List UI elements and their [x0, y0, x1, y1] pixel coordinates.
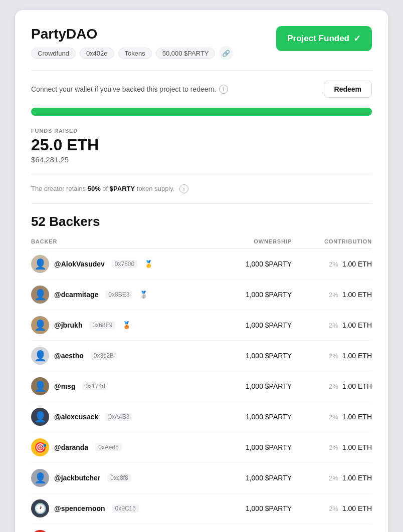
badge-icon: 🥉 — [122, 321, 131, 329]
project-info: PartyDAO Crowdfund 0x402e Tokens 50,000 … — [31, 26, 233, 60]
backer-info: 🎪 @literature 0x5507 — [31, 530, 212, 532]
table-row[interactable]: 👤 @msg 0x174d 1,000 $PARTY 2% 1.00 ETH — [31, 371, 372, 402]
table-row[interactable]: 👤 @jbrukh 0x68F9 🥉 1,000 $PARTY 2% 1.00 … — [31, 310, 372, 341]
ownership-pct: 2% — [329, 260, 338, 268]
backer-address: 0x174d — [82, 382, 108, 390]
info-icon[interactable]: i — [219, 85, 228, 94]
backer-address: 0x8BE3 — [105, 291, 132, 299]
table-row[interactable]: 🎪 @literature 0x5507 1,000 $PARTY 2% 1.0… — [31, 524, 372, 532]
avatar: 👤 — [31, 255, 49, 273]
ownership-pct: 2% — [329, 444, 338, 451]
backer-address: 0x68F9 — [89, 321, 115, 329]
ownership-cell: 1,000 $PARTY — [212, 321, 292, 329]
divider-2 — [31, 174, 372, 174]
contribution-value: 1.00 ETH — [342, 474, 372, 482]
table-row[interactable]: 🕐 @spencernoon 0x9C15 1,000 $PARTY 2% 1.… — [31, 493, 372, 524]
backer-info: 👤 @jackbutcher 0xc8f8 — [31, 469, 212, 487]
tags-row: Crowdfund 0x402e Tokens 50,000 $PARTY 🔗 — [31, 46, 233, 60]
contribution-cell: 2% 1.00 ETH — [292, 382, 372, 390]
ownership-pct: 2% — [329, 322, 338, 329]
backer-info: 👤 @alexcusack 0xA4B3 — [31, 408, 212, 426]
contribution-cell: 2% 1.00 ETH — [292, 352, 372, 360]
backer-name: @spencernoon — [54, 504, 105, 512]
backers-list: 👤 @AlokVasudev 0x7800 🥇 1,000 $PARTY 2% … — [31, 249, 372, 532]
creator-note: The creator retains 50% of $PARTY token … — [31, 184, 372, 193]
contribution-cell: 2% 1.00 ETH — [292, 321, 372, 329]
contribution-cell: 2% 1.00 ETH — [292, 474, 372, 482]
contribution-value: 1.00 ETH — [342, 413, 372, 421]
redeem-button[interactable]: Redeem — [324, 81, 372, 98]
backer-name: @jackbutcher — [54, 474, 100, 482]
badge-icon: 🥇 — [144, 260, 153, 268]
ownership-pct: 2% — [329, 383, 338, 390]
divider-3 — [31, 203, 372, 204]
table-row[interactable]: 👤 @jackbutcher 0xc8f8 1,000 $PARTY 2% 1.… — [31, 463, 372, 493]
redeem-text: Connect your wallet if you've backed thi… — [31, 85, 228, 94]
project-funded-button[interactable]: Project Funded ✓ — [276, 26, 372, 51]
backer-name: @daranda — [54, 443, 88, 451]
funds-usd: $64,281.25 — [31, 155, 372, 164]
creator-note-pct: 50% — [88, 185, 101, 192]
avatar: 👤 — [31, 469, 49, 487]
ownership-pct: 2% — [329, 413, 338, 421]
table-row[interactable]: 🎯 @daranda 0xAed5 1,000 $PARTY 2% 1.00 E… — [31, 432, 372, 463]
backer-address: 0x7800 — [112, 260, 137, 268]
divider-1 — [31, 70, 372, 71]
backer-name: @aestho — [54, 352, 84, 360]
contribution-cell: 2% 1.00 ETH — [292, 443, 372, 451]
backer-name: @dcarmitage — [54, 291, 98, 299]
avatar: 👤 — [31, 377, 49, 395]
backer-info: 👤 @dcarmitage 0x8BE3 🥈 — [31, 286, 212, 304]
backer-address: 0x9C15 — [112, 504, 139, 512]
table-row[interactable]: 👤 @AlokVasudev 0x7800 🥇 1,000 $PARTY 2% … — [31, 249, 372, 280]
header: PartyDAO Crowdfund 0x402e Tokens 50,000 … — [31, 26, 372, 60]
avatar: 👤 — [31, 316, 49, 334]
tag-tokens: Tokens — [118, 48, 152, 59]
link-icon[interactable]: 🔗 — [219, 46, 233, 60]
backer-info: 🎯 @daranda 0xAed5 — [31, 438, 212, 456]
creator-info-icon[interactable]: i — [179, 184, 188, 193]
contribution-value: 1.00 ETH — [342, 504, 372, 512]
backer-name: @jbrukh — [54, 321, 82, 329]
backer-info: 👤 @msg 0x174d — [31, 377, 212, 395]
contribution-value: 1.00 ETH — [342, 382, 372, 390]
contribution-cell: 2% 1.00 ETH — [292, 504, 372, 512]
backers-section: 52 Backers BACKER OWNERSHIP CONTRIBUTION… — [31, 214, 372, 532]
contribution-cell: 2% 1.00 ETH — [292, 291, 372, 299]
funded-label: Project Funded — [287, 34, 349, 44]
table-row[interactable]: 👤 @aestho 0x3c2B 1,000 $PARTY 2% 1.00 ET… — [31, 341, 372, 371]
table-row[interactable]: 👤 @alexcusack 0xA4B3 1,000 $PARTY 2% 1.0… — [31, 402, 372, 432]
ownership-cell: 1,000 $PARTY — [212, 382, 292, 390]
backer-info: 👤 @aestho 0x3c2B — [31, 347, 212, 365]
backer-address: 0xAed5 — [95, 443, 122, 451]
contribution-value: 1.00 ETH — [342, 352, 372, 360]
backer-address: 0xA4B3 — [105, 413, 132, 421]
backer-info: 🕐 @spencernoon 0x9C15 — [31, 499, 212, 517]
ownership-cell: 1,000 $PARTY — [212, 474, 292, 482]
ownership-cell: 1,000 $PARTY — [212, 443, 292, 451]
contribution-value: 1.00 ETH — [342, 291, 372, 299]
ownership-cell: 1,000 $PARTY — [212, 504, 292, 512]
badge-icon: 🥈 — [139, 291, 148, 299]
check-icon: ✓ — [353, 33, 361, 44]
backer-info: 👤 @AlokVasudev 0x7800 🥇 — [31, 255, 212, 273]
ownership-cell: 1,000 $PARTY — [212, 260, 292, 268]
avatar: 👤 — [31, 408, 49, 426]
funds-section: FUNDS RAISED 25.0 ETH $64,281.25 — [31, 128, 372, 164]
main-card: PartyDAO Crowdfund 0x402e Tokens 50,000 … — [15, 10, 388, 532]
backers-title: 52 Backers — [31, 214, 372, 229]
ownership-cell: 1,000 $PARTY — [212, 291, 292, 299]
creator-note-token: $PARTY — [110, 185, 135, 192]
creator-note-pre: The creator retains — [31, 185, 88, 192]
table-row[interactable]: 👤 @dcarmitage 0x8BE3 🥈 1,000 $PARTY 2% 1… — [31, 280, 372, 310]
ownership-cell: 1,000 $PARTY — [212, 413, 292, 421]
avatar: 🎪 — [31, 530, 49, 532]
funds-label: FUNDS RAISED — [31, 128, 372, 134]
avatar: 🕐 — [31, 499, 49, 517]
progress-bar — [31, 108, 372, 116]
ownership-pct: 2% — [329, 352, 338, 360]
ownership-pct: 2% — [329, 505, 338, 512]
tag-address: 0x402e — [80, 48, 114, 59]
redeem-row: Connect your wallet if you've backed thi… — [31, 81, 372, 98]
contribution-value: 1.00 ETH — [342, 260, 372, 268]
